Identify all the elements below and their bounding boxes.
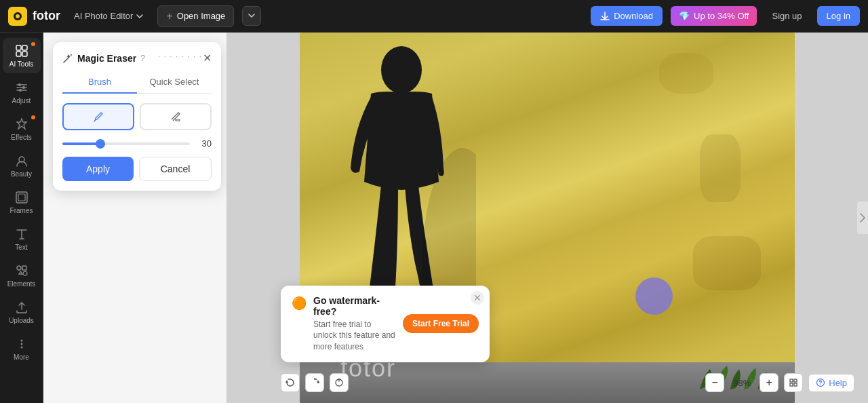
sidebar-item-beauty-label: Beauty <box>11 170 32 178</box>
open-image-button[interactable]: + Open Image <box>157 5 234 27</box>
wall-mark-3 <box>693 236 761 290</box>
sidebar-item-effects[interactable]: Effects <box>3 111 41 147</box>
wall-mark-1 <box>659 53 713 94</box>
panel-area: · · · · · · · · · Magic Eraser ? ✕ <box>43 33 226 403</box>
beauty-icon <box>14 153 29 168</box>
svg-rect-6 <box>22 52 27 56</box>
toast-content: Go watermark-free? Start free trial to u… <box>313 295 396 353</box>
panel-title-area: Magic Eraser ? <box>62 53 145 64</box>
apply-button[interactable]: Apply <box>62 157 134 181</box>
sidebar-item-uploads[interactable]: Uploads <box>3 294 41 330</box>
canvas-area[interactable]: fotor <box>226 33 868 403</box>
bottom-toolbar: − 98% + Help <box>705 373 854 392</box>
reset-icon <box>334 378 344 387</box>
svg-point-12 <box>19 89 22 92</box>
more-icon <box>14 337 29 351</box>
cancel-button[interactable]: Cancel <box>139 157 212 181</box>
magic-eraser-icon <box>62 53 73 64</box>
brush-size-slider[interactable] <box>62 142 190 145</box>
svg-point-25 <box>381 46 422 94</box>
ai-tools-dot <box>31 42 35 46</box>
brush-size-value: 30 <box>195 138 212 149</box>
sidebar-item-ai-tools-label: AI Tools <box>9 60 33 68</box>
main-content: AI Tools Adjust Effects <box>0 33 868 403</box>
ai-tools-icon <box>14 43 29 58</box>
logo-area: fotor <box>8 7 60 26</box>
sidebar-item-elements-label: Elements <box>7 280 36 288</box>
svg-rect-4 <box>22 45 27 50</box>
svg-rect-24 <box>176 119 180 121</box>
text-icon <box>14 227 29 242</box>
zoom-in-button[interactable]: + <box>760 373 778 392</box>
panel-tabs: Brush Quick Select <box>62 71 212 94</box>
sidebar-item-elements[interactable]: Elements <box>3 258 41 293</box>
magic-eraser-panel: · · · · · · · · · Magic Eraser ? ✕ <box>53 42 221 191</box>
reset-button[interactable] <box>330 373 349 392</box>
sidebar-item-adjust-label: Adjust <box>12 97 31 104</box>
sidebar-item-effects-label: Effects <box>11 134 31 141</box>
chevron-down-icon <box>136 12 144 20</box>
brush-option-regular[interactable] <box>62 103 134 130</box>
sidebar-item-beauty[interactable]: Beauty <box>3 148 41 183</box>
svg-marker-13 <box>17 119 26 129</box>
toast-close-button[interactable]: ✕ <box>471 291 484 305</box>
svg-point-32 <box>821 384 821 385</box>
help-button[interactable]: Help <box>808 374 854 392</box>
sidebar-item-frames[interactable]: Frames <box>3 185 41 220</box>
collapse-panel-handle[interactable] <box>857 202 868 234</box>
svg-point-17 <box>17 266 21 270</box>
brush-option-eraser[interactable] <box>140 103 212 130</box>
download-icon <box>600 12 610 21</box>
panel-help-icon[interactable]: ? <box>140 54 145 63</box>
brush-size-slider-area: 30 <box>53 130 221 149</box>
toast-icon: 🟠 <box>292 296 307 311</box>
effects-dot <box>31 115 35 119</box>
svg-point-20 <box>20 340 22 342</box>
chevron-down-icon <box>248 12 255 19</box>
logo-text: fotor <box>33 9 60 23</box>
help-circle-icon <box>816 378 825 387</box>
fit-view-icon <box>789 378 798 387</box>
ai-editor-button[interactable]: AI Photo Editor <box>68 8 149 24</box>
open-image-dropdown-button[interactable] <box>242 6 261 26</box>
slider-thumb[interactable] <box>96 139 105 149</box>
watermark-toast: 🟠 Go watermark-free? Start free trial to… <box>281 286 490 362</box>
svg-point-21 <box>20 343 22 345</box>
start-free-trial-button[interactable]: Start Free Trial <box>403 314 479 333</box>
zoom-out-button[interactable]: − <box>705 373 724 392</box>
eraser-brush-icon <box>169 110 182 123</box>
download-button[interactable]: Download <box>591 6 663 26</box>
adjust-icon <box>14 80 29 95</box>
sidebar-item-ai-tools[interactable]: AI Tools <box>3 38 41 73</box>
svg-point-22 <box>20 347 22 349</box>
sidebar-item-adjust[interactable]: Adjust <box>3 75 41 110</box>
tab-brush[interactable]: Brush <box>62 71 137 94</box>
promo-button[interactable]: 💎 Up to 34% Off <box>671 6 757 26</box>
uploads-icon <box>14 300 29 315</box>
svg-rect-29 <box>790 383 793 386</box>
svg-point-10 <box>18 83 21 86</box>
svg-rect-27 <box>790 379 793 382</box>
elements-icon <box>14 263 29 278</box>
sidebar-item-uploads-label: Uploads <box>9 317 34 324</box>
sidebar-item-more[interactable]: More <box>3 331 41 366</box>
effects-icon <box>14 117 29 132</box>
svg-rect-5 <box>16 52 21 56</box>
undo-button[interactable] <box>281 373 300 392</box>
sign-up-button[interactable]: Sign up <box>765 6 808 26</box>
sidebar-item-text-label: Text <box>15 244 27 251</box>
fotor-logo-icon <box>8 7 27 26</box>
tab-quick-select[interactable]: Quick Select <box>137 71 212 94</box>
redo-button[interactable] <box>305 373 324 392</box>
toast-description: Start free trial to unlock this feature … <box>313 319 396 353</box>
sidebar-item-text[interactable]: Text <box>3 221 41 256</box>
log-in-button[interactable]: Log in <box>817 6 860 26</box>
svg-rect-3 <box>16 45 21 50</box>
slider-fill <box>62 142 100 145</box>
svg-rect-30 <box>794 383 797 386</box>
redo-icon <box>310 378 319 387</box>
fit-view-button[interactable] <box>784 373 803 392</box>
header: fotor AI Photo Editor + Open Image Downl… <box>0 0 868 33</box>
frames-icon <box>14 190 29 205</box>
toast-title: Go watermark-free? <box>313 295 396 317</box>
